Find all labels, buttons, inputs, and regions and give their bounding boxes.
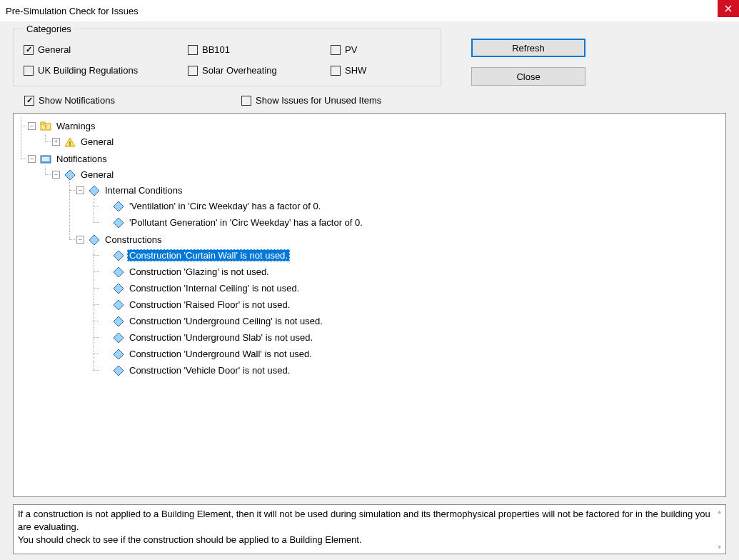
diamond-icon bbox=[113, 266, 124, 278]
checkbox-box-icon bbox=[241, 96, 251, 106]
checkbox-box-icon bbox=[331, 66, 341, 76]
tree-node-internal-conditions[interactable]: − Internal Conditions bbox=[65, 182, 723, 231]
window-title: Pre-Simulation Check for Issues bbox=[6, 6, 139, 16]
issues-tree[interactable]: − ! Warnings + ! bbox=[13, 113, 726, 497]
tree-label: Construction 'Glazing' is not used. bbox=[127, 266, 271, 278]
tree-node-constructions[interactable]: − Constructions bbox=[65, 231, 723, 379]
warning-triangle-icon: ! bbox=[64, 136, 76, 148]
tree-label: Construction 'Underground Slab' is not u… bbox=[127, 331, 315, 344]
diamond-icon bbox=[113, 299, 124, 311]
tree-node-warnings[interactable]: − ! Warnings + ! bbox=[16, 118, 723, 151]
tree-label: Warnings bbox=[54, 120, 97, 132]
tree-leaf[interactable]: 'Pollutant Generation' in 'Circ Weekday'… bbox=[89, 214, 723, 231]
tree-leaf[interactable]: Construction 'Internal Ceiling' is not u… bbox=[89, 280, 723, 296]
svg-marker-9 bbox=[89, 186, 99, 196]
scroll-up-icon[interactable]: ▴ bbox=[713, 506, 725, 517]
checkbox-pv[interactable]: PV bbox=[331, 44, 438, 55]
checkbox-uk-building-regulations[interactable]: UK Building Regulations bbox=[24, 65, 188, 76]
close-icon bbox=[725, 5, 732, 12]
diamond-icon bbox=[89, 185, 100, 196]
checkbox-label: Solar Overheating bbox=[202, 65, 277, 76]
tree-leaf[interactable]: Construction 'Glazing' is not used. bbox=[89, 264, 723, 280]
categories-legend: Categories bbox=[24, 24, 74, 34]
scroll-down-icon[interactable]: ▾ bbox=[713, 541, 725, 553]
checkbox-box-icon bbox=[331, 45, 341, 55]
checkbox-label: Show Issues for Unused Items bbox=[256, 95, 381, 106]
svg-marker-11 bbox=[114, 218, 124, 228]
checkbox-label: Show Notifications bbox=[39, 95, 115, 106]
svg-marker-10 bbox=[114, 201, 124, 211]
close-window-button[interactable] bbox=[718, 0, 739, 17]
checkbox-label: BB101 bbox=[202, 44, 230, 55]
tree-label: Internal Conditions bbox=[103, 184, 184, 196]
expander-icon[interactable]: + bbox=[52, 138, 60, 146]
tree-label: Constructions bbox=[103, 234, 164, 246]
details-text: If a construction is not applied to a Bu… bbox=[18, 509, 713, 545]
tree-label: 'Ventilation' in 'Circ Weekday' has a fa… bbox=[127, 200, 323, 212]
checkbox-shw[interactable]: SHW bbox=[331, 65, 438, 76]
checkbox-label: PV bbox=[345, 44, 357, 55]
checkbox-box-icon bbox=[24, 45, 34, 55]
svg-text:!: ! bbox=[45, 124, 47, 130]
button-label: Close bbox=[516, 71, 540, 82]
tree-leaf[interactable]: Construction 'Vehicle Door' is not used. bbox=[89, 362, 723, 379]
tree-leaf[interactable]: Construction 'Underground Wall' is not u… bbox=[89, 346, 723, 362]
tree-label: General bbox=[79, 136, 116, 148]
diamond-icon bbox=[113, 349, 124, 360]
svg-marker-12 bbox=[89, 235, 99, 245]
tree-leaf[interactable]: 'Ventilation' in 'Circ Weekday' has a fa… bbox=[89, 198, 723, 214]
checkbox-box-icon bbox=[24, 96, 34, 106]
close-button[interactable]: Close bbox=[471, 67, 585, 86]
tree-node-notifications-general[interactable]: − General bbox=[41, 166, 723, 380]
checkbox-solar-overheating[interactable]: Solar Overheating bbox=[188, 65, 331, 76]
svg-rect-7 bbox=[42, 159, 49, 161]
diamond-icon bbox=[113, 217, 124, 229]
tree-leaf[interactable]: Construction 'Raised Floor' is not used. bbox=[89, 296, 723, 313]
tree-label: Construction 'Vehicle Door' is not used. bbox=[127, 364, 292, 376]
details-panel: If a construction is not applied to a Bu… bbox=[13, 504, 726, 554]
tree-label: Construction 'Underground Ceiling' is no… bbox=[127, 315, 325, 327]
diamond-icon bbox=[113, 365, 124, 376]
scrollbar[interactable]: ▴ ▾ bbox=[713, 506, 725, 553]
tree-node-warnings-general[interactable]: + ! General bbox=[41, 134, 723, 150]
svg-marker-16 bbox=[114, 300, 124, 310]
tree-leaf[interactable]: Construction 'Underground Slab' is not u… bbox=[89, 329, 723, 346]
button-label: Refresh bbox=[512, 43, 545, 54]
expander-icon[interactable]: − bbox=[52, 171, 60, 179]
checkbox-label: General bbox=[38, 44, 71, 55]
titlebar[interactable]: Pre-Simulation Check for Issues bbox=[0, 0, 739, 21]
svg-marker-14 bbox=[114, 267, 124, 277]
tree-label: General bbox=[79, 169, 116, 181]
checkbox-general[interactable]: General bbox=[24, 44, 188, 55]
svg-rect-6 bbox=[42, 157, 49, 159]
expander-icon[interactable]: − bbox=[28, 155, 36, 163]
svg-text:!: ! bbox=[69, 140, 71, 147]
svg-marker-20 bbox=[114, 366, 124, 376]
checkbox-show-issues-unused[interactable]: Show Issues for Unused Items bbox=[241, 95, 381, 106]
svg-marker-19 bbox=[114, 349, 124, 359]
checkbox-bb101[interactable]: BB101 bbox=[188, 44, 331, 55]
expander-icon[interactable]: − bbox=[28, 122, 36, 130]
categories-group: Categories General BB101 PV bbox=[13, 29, 441, 86]
tree-leaf[interactable]: Construction 'Underground Ceiling' is no… bbox=[89, 313, 723, 329]
diamond-icon bbox=[64, 169, 76, 181]
refresh-button[interactable]: Refresh bbox=[471, 39, 585, 57]
tree-label: 'Pollutant Generation' in 'Circ Weekday'… bbox=[127, 216, 365, 229]
checkbox-show-notifications[interactable]: Show Notifications bbox=[24, 95, 177, 106]
diamond-icon bbox=[113, 332, 124, 344]
tree-node-notifications[interactable]: − Notifications − bbox=[16, 151, 723, 381]
notification-folder-icon bbox=[40, 154, 51, 165]
tree-leaf-selected[interactable]: Construction 'Curtain Wall' is not used. bbox=[89, 247, 723, 264]
diamond-icon bbox=[113, 316, 124, 327]
svg-marker-18 bbox=[114, 333, 124, 343]
diamond-icon bbox=[113, 250, 124, 261]
tree-label: Construction 'Underground Wall' is not u… bbox=[127, 348, 314, 360]
tree-label: Construction 'Internal Ceiling' is not u… bbox=[127, 282, 301, 294]
svg-marker-17 bbox=[114, 316, 124, 326]
diamond-icon bbox=[113, 283, 124, 294]
expander-icon[interactable]: − bbox=[76, 186, 84, 194]
svg-marker-13 bbox=[114, 251, 124, 261]
diamond-icon bbox=[89, 234, 100, 246]
checkbox-label: SHW bbox=[345, 65, 366, 76]
expander-icon[interactable]: − bbox=[76, 236, 84, 244]
